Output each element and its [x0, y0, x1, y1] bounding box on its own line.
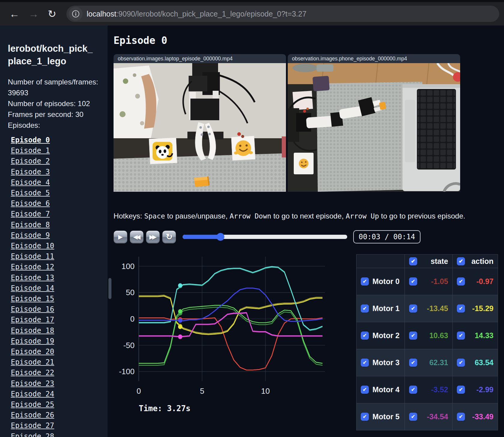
episode-list-item: Episode 19 [11, 336, 108, 347]
episode-link-16[interactable]: Episode 16 [11, 305, 54, 313]
orange-brick [194, 176, 210, 187]
checkbox[interactable]: ✔ [361, 277, 369, 286]
seek-slider-thumb[interactable] [217, 233, 224, 241]
episode-link-1[interactable]: Episode 1 [11, 146, 50, 155]
episode-link-28[interactable]: Episode 28 [11, 432, 54, 437]
episode-link-5[interactable]: Episode 5 [11, 189, 50, 197]
checkbox[interactable]: ✔ [361, 332, 369, 340]
checkbox[interactable]: ✔ [457, 257, 465, 265]
table-row-motor-3: ✔Motor 3✔62.31✔63.54 [357, 349, 498, 376]
episode-link-24[interactable]: Episode 24 [11, 390, 54, 398]
episode-link-18[interactable]: Episode 18 [11, 326, 54, 335]
checkbox[interactable]: ✔ [409, 359, 417, 367]
state-value: -1.05 [431, 277, 448, 286]
episode-link-13[interactable]: Episode 13 [11, 274, 54, 282]
episode-link-0[interactable]: Episode 0 [11, 136, 50, 144]
episode-link-12[interactable]: Episode 12 [11, 263, 54, 271]
episode-link-9[interactable]: Episode 9 [11, 231, 50, 240]
xtick-label: 10 [261, 387, 270, 396]
episode-link-25[interactable]: Episode 25 [11, 400, 54, 409]
checkbox[interactable]: ✔ [457, 413, 465, 421]
current-dot-action [178, 335, 182, 339]
url-path: :9090/lerobot/koch_pick_place_1_lego/epi… [116, 10, 306, 18]
checkbox[interactable]: ✔ [361, 359, 369, 367]
hotkey-key: Space [144, 212, 165, 220]
episode-list-item: Episode 13 [11, 273, 108, 283]
site-info-icon[interactable] [69, 7, 83, 21]
checkbox[interactable]: ✔ [361, 304, 369, 313]
hotkey-key: Arrow Down [230, 212, 271, 220]
checkbox[interactable]: ✔ [457, 359, 465, 367]
video-panel-laptop: observation.images.laptop_episode_000000… [114, 54, 286, 192]
checkbox[interactable]: ✔ [457, 304, 465, 313]
checkbox[interactable]: ✔ [409, 413, 417, 421]
motor-table: ✔state✔action ✔Motor 0✔-1.05✔-0.97✔Motor… [356, 254, 498, 430]
ytick-label: -100 [119, 367, 135, 376]
episode-link-27[interactable]: Episode 27 [11, 421, 54, 430]
episode-link-8[interactable]: Episode 8 [11, 221, 50, 229]
episode-link-21[interactable]: Episode 21 [11, 358, 54, 366]
hotkeys-help: Hotkeys: Space to pause/unpause, Arrow D… [114, 211, 504, 221]
held-brick [379, 102, 386, 110]
episode-link-6[interactable]: Episode 6 [11, 199, 50, 208]
reload-icon[interactable]: ↻ [48, 9, 56, 19]
episode-link-7[interactable]: Episode 7 [11, 210, 50, 218]
episode-link-20[interactable]: Episode 20 [11, 347, 54, 356]
episode-link-14[interactable]: Episode 14 [11, 284, 54, 292]
episode-list-item: Episode 14 [11, 283, 108, 294]
episode-link-19[interactable]: Episode 19 [11, 337, 54, 345]
state-value: 62.31 [429, 358, 448, 367]
episode-link-22[interactable]: Episode 22 [11, 368, 54, 377]
motor-name-label: Motor 5 [372, 412, 399, 421]
main-content: Episode 0 observation.images.laptop_epis… [108, 26, 504, 437]
video-row: observation.images.laptop_episode_000000… [114, 54, 504, 192]
line-action-motor-0 [139, 318, 323, 370]
checkbox[interactable]: ✔ [409, 386, 417, 394]
checkbox[interactable]: ✔ [409, 304, 417, 313]
rewind-button[interactable]: ◀◀ [130, 231, 144, 243]
episode-link-26[interactable]: Episode 26 [11, 411, 54, 419]
loop-icon: ↻ [166, 232, 173, 242]
episode-list-item: Episode 8 [11, 220, 108, 230]
episode-list-item: Episode 23 [11, 378, 108, 389]
loop-button[interactable]: ↻ [162, 231, 176, 243]
checkbox[interactable]: ✔ [457, 332, 465, 340]
episode-link-3[interactable]: Episode 3 [11, 168, 50, 176]
episode-link-4[interactable]: Episode 4 [11, 178, 50, 187]
episode-list-item: Episode 4 [11, 177, 108, 188]
play-button[interactable]: ▶ [114, 231, 127, 243]
ytick-label: -50 [123, 341, 135, 350]
header-action: ✔action [453, 255, 498, 268]
video-phone[interactable] [288, 63, 460, 192]
video-laptop[interactable] [114, 63, 286, 192]
checkbox[interactable]: ✔ [409, 277, 417, 286]
fast-forward-button[interactable]: ▶▶ [146, 231, 160, 243]
url-bar[interactable]: localhost:9090/lerobot/koch_pick_place_1… [66, 6, 499, 22]
episode-link-15[interactable]: Episode 15 [11, 295, 54, 303]
hotkey-text: to go to previous episode. [379, 212, 465, 220]
episode-link-23[interactable]: Episode 23 [11, 379, 54, 388]
back-icon[interactable]: ← [9, 9, 20, 19]
episode-link-17[interactable]: Episode 17 [11, 316, 54, 324]
checkbox[interactable]: ✔ [361, 413, 369, 421]
checkbox[interactable]: ✔ [457, 386, 465, 394]
checkbox[interactable]: ✔ [409, 332, 417, 340]
episode-list-item: Episode 9 [11, 230, 108, 241]
page-title: Episode 0 [114, 35, 504, 46]
table-row-motor-0: ✔Motor 0✔-1.05✔-0.97 [357, 268, 498, 295]
checkbox[interactable]: ✔ [361, 386, 369, 394]
episode-link-10[interactable]: Episode 10 [11, 242, 54, 250]
episode-link-11[interactable]: Episode 11 [11, 252, 54, 261]
forward-icon[interactable]: → [29, 9, 39, 19]
motor-chart[interactable]: 100500-50-1000510 [114, 249, 327, 400]
episode-list-item: Episode 24 [11, 389, 108, 399]
laptop [402, 84, 460, 192]
episode-link-2[interactable]: Episode 2 [11, 157, 50, 165]
checkbox[interactable]: ✔ [457, 277, 465, 286]
header-empty-cell [357, 255, 405, 268]
seek-slider[interactable] [183, 235, 347, 239]
episode-list-item: Episode 10 [11, 241, 108, 251]
checkbox[interactable]: ✔ [409, 257, 417, 265]
xtick-label: 5 [200, 387, 204, 396]
episode-list-item: Episode 17 [11, 315, 108, 325]
